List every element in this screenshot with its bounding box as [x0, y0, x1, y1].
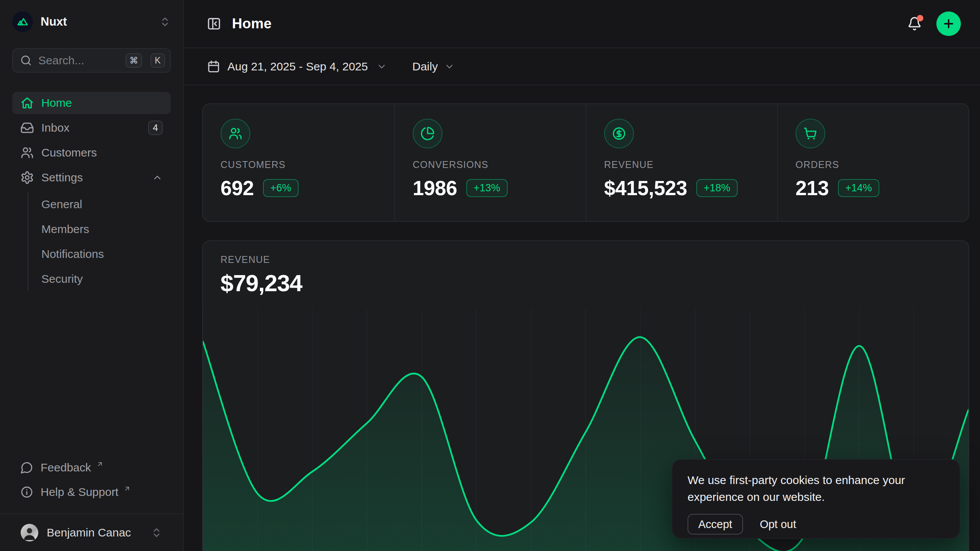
accept-button[interactable]: Accept: [688, 514, 743, 535]
chevrons-up-down-icon: [151, 527, 162, 538]
revenue-chart-value: $79,234: [220, 270, 951, 297]
stat-value: 213: [795, 176, 829, 200]
external-link-icon: [96, 460, 104, 468]
stat-value: 692: [220, 176, 254, 200]
period-select[interactable]: Daily: [412, 60, 455, 73]
page-title: Home: [232, 16, 272, 32]
chevron-down-icon: [376, 61, 387, 72]
sidebar-footer: Feedback Help & Support: [12, 455, 171, 514]
users-icon: [220, 119, 250, 148]
add-button[interactable]: [936, 11, 961, 36]
sidebar-item-inbox[interactable]: Inbox 4: [12, 117, 171, 139]
chat-bubble-icon: [20, 461, 33, 474]
chevrons-up-down-icon: [159, 16, 171, 28]
chevron-down-icon: [444, 61, 455, 72]
inbox-icon: [20, 121, 34, 135]
plus-icon: [942, 17, 955, 30]
sidebar-item-customers[interactable]: Customers: [12, 142, 171, 164]
users-icon: [20, 146, 34, 160]
search-icon: [20, 54, 32, 67]
workspace-switcher[interactable]: Nuxt: [12, 11, 171, 32]
sidebar-item-security[interactable]: Security: [28, 266, 171, 291]
sidebar-collapse-button[interactable]: [207, 16, 221, 31]
stat-card-conversions[interactable]: CONVERSIONS 1986 +13%: [394, 104, 586, 221]
brand-name: Nuxt: [41, 15, 67, 29]
page-header: Home: [184, 0, 980, 48]
sidebar: Nuxt Search... ⌘ K Home Inbox 4: [0, 0, 184, 551]
feedback-label: Feedback: [41, 461, 91, 474]
date-range-value: Aug 21, 2025 - Sep 4, 2025: [227, 60, 368, 73]
kbd-k: K: [150, 53, 165, 68]
notifications-button[interactable]: [907, 16, 922, 31]
sidebar-item-label: Inbox: [41, 121, 69, 134]
info-circle-icon: [20, 486, 33, 499]
revenue-chart-header: REVENUE $79,234: [203, 241, 969, 297]
inbox-count-badge: 4: [148, 121, 163, 135]
settings-sub-nav: General Members Notifications Security: [28, 192, 171, 291]
sidebar-nav: Home Inbox 4 Customers Settings Genera: [12, 92, 171, 291]
dollar-circle-icon: [604, 119, 634, 148]
stats-row: CUSTOMERS 692 +6% CONVERSIONS 1986 +13% …: [202, 103, 969, 222]
stat-card-orders[interactable]: ORDERS 213 +14%: [777, 104, 969, 221]
cookie-actions: Accept Opt out: [688, 514, 944, 535]
stat-delta-badge: +18%: [696, 179, 738, 197]
feedback-link[interactable]: Feedback: [12, 455, 171, 480]
stat-value: $415,523: [604, 176, 687, 200]
sidebar-item-home[interactable]: Home: [12, 92, 171, 114]
stat-value: 1986: [413, 176, 457, 200]
filters-toolbar: Aug 21, 2025 - Sep 4, 2025 Daily: [184, 48, 980, 85]
date-range-picker[interactable]: Aug 21, 2025 - Sep 4, 2025: [207, 60, 387, 73]
sidebar-item-notifications[interactable]: Notifications: [28, 241, 171, 266]
stat-label: CUSTOMERS: [220, 159, 377, 170]
revenue-chart-label: REVENUE: [220, 254, 951, 265]
period-value: Daily: [412, 60, 438, 73]
home-icon: [20, 96, 34, 110]
stat-card-customers[interactable]: CUSTOMERS 692 +6%: [203, 104, 394, 221]
pie-chart-icon: [413, 119, 443, 148]
gear-icon: [20, 171, 34, 184]
avatar: [21, 524, 38, 541]
help-support-link[interactable]: Help & Support: [12, 480, 171, 504]
stat-delta-badge: +6%: [263, 179, 299, 197]
cart-icon: [795, 119, 825, 148]
nuxt-logo-icon: [12, 11, 33, 32]
external-link-icon: [123, 485, 131, 492]
cookie-message: We use first-party cookies to enhance yo…: [688, 472, 921, 505]
stat-label: CONVERSIONS: [413, 159, 568, 170]
stat-label: REVENUE: [604, 159, 760, 170]
chevron-up-icon: [152, 172, 163, 183]
sidebar-item-general[interactable]: General: [28, 192, 171, 217]
stat-label: ORDERS: [795, 159, 951, 170]
opt-out-button[interactable]: Opt out: [760, 518, 796, 531]
search-input[interactable]: Search... ⌘ K: [12, 48, 171, 73]
stat-card-revenue[interactable]: REVENUE $415,523 +18%: [586, 104, 777, 221]
calendar-icon: [207, 60, 220, 73]
cookie-consent-banner: We use first-party cookies to enhance yo…: [672, 459, 960, 539]
header-actions: [907, 11, 961, 36]
kbd-cmd: ⌘: [126, 53, 142, 68]
stat-delta-badge: +13%: [466, 179, 508, 197]
help-support-label: Help & Support: [41, 486, 118, 499]
sidebar-item-settings[interactable]: Settings: [12, 166, 171, 189]
user-menu[interactable]: Benjamin Canac: [0, 514, 183, 551]
sidebar-item-label: Home: [41, 96, 72, 109]
notification-dot: [917, 15, 923, 21]
search-placeholder: Search...: [38, 54, 117, 67]
sidebar-item-label: Customers: [41, 146, 97, 159]
user-name: Benjamin Canac: [47, 526, 131, 539]
stat-delta-badge: +14%: [838, 179, 879, 197]
sidebar-item-members[interactable]: Members: [28, 217, 171, 241]
sidebar-item-label: Settings: [41, 171, 83, 184]
